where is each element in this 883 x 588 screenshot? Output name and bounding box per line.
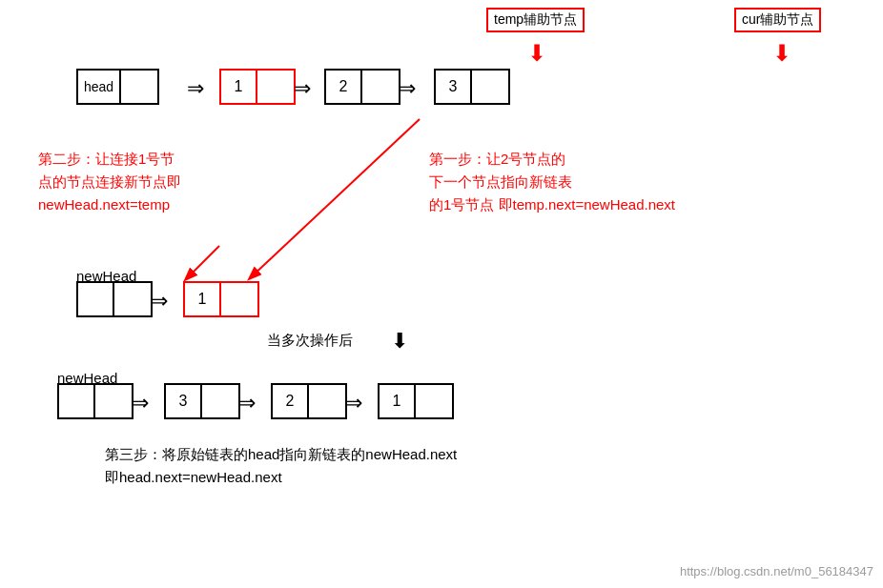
row3-node2: 2 xyxy=(271,383,347,419)
row1-head-node: head xyxy=(76,69,159,105)
step2-text: 第二步：让连接1号节 点的节点连接新节点即 newHead.next=temp xyxy=(38,148,181,216)
row2-newhead-node xyxy=(76,281,153,319)
arrow-r3-0: ⇒ xyxy=(132,391,149,416)
after-ops-arrow: ⬇ xyxy=(391,329,408,354)
row1-node3: 3 xyxy=(434,69,510,105)
website-watermark: https://blog.csdn.net/m0_56184347 xyxy=(680,564,873,578)
row1-node2: 2 xyxy=(324,69,400,105)
temp-label: temp辅助节点 xyxy=(486,8,585,32)
row2-node1: 1 xyxy=(183,281,259,317)
svg-line-1 xyxy=(186,246,219,279)
after-ops-text: 当多次操作后 xyxy=(267,329,353,352)
cur-label: cur辅助节点 xyxy=(734,8,821,32)
arrow-r3-1: ⇒ xyxy=(238,391,256,416)
arrow-2-3: ⇒ xyxy=(399,76,416,101)
arrow-r3-2: ⇒ xyxy=(345,391,362,416)
arrow-head-1: ⇒ xyxy=(187,76,204,101)
step1-text: 第一步：让2号节点的 下一个节点指向新链表 的1号节点 即temp.next=n… xyxy=(429,148,675,216)
row3-newhead-node xyxy=(57,383,133,421)
arrow-1-2: ⇒ xyxy=(294,76,311,101)
step3-text: 第三步：将原始链表的head指向新链表的newHead.next 即head.n… xyxy=(105,443,457,489)
cur-arrow-down: ⬇ xyxy=(772,40,791,67)
row3-node1: 1 xyxy=(378,383,454,419)
arrow-newhead-1: ⇒ xyxy=(151,289,168,314)
row3-node3: 3 xyxy=(164,383,240,419)
main-canvas: temp辅助节点 cur辅助节点 ⬇ ⬇ head ⇒ 1 ⇒ 2 ⇒ 3 xyxy=(0,0,883,588)
temp-arrow-down: ⬇ xyxy=(527,40,546,67)
row1-node1: 1 xyxy=(219,69,296,105)
svg-line-0 xyxy=(250,119,420,278)
